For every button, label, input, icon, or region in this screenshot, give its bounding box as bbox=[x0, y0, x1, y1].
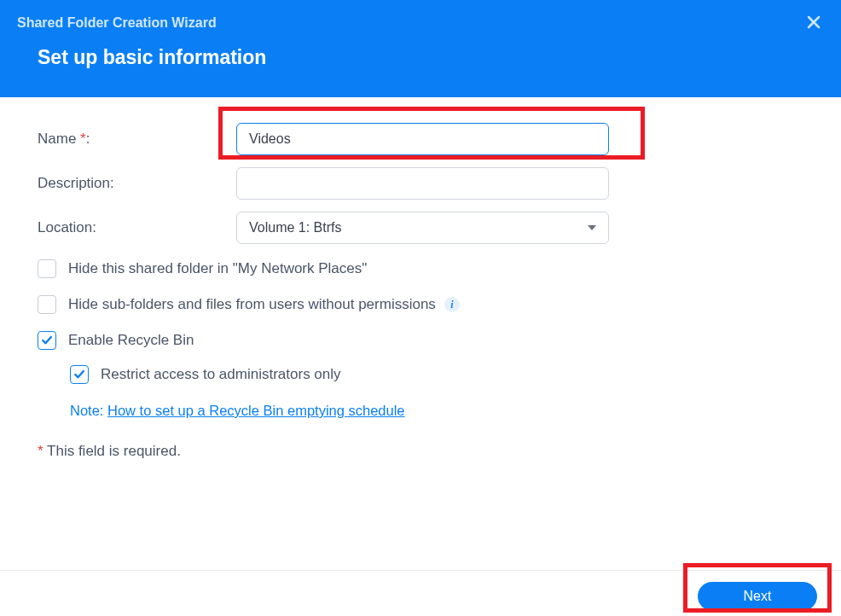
hide-network-checkbox[interactable] bbox=[38, 259, 56, 278]
wizard-subtitle: Set up basic information bbox=[0, 31, 841, 69]
required-asterisk: * bbox=[80, 131, 86, 147]
restrict-admin-row: Restrict access to administrators only bbox=[70, 365, 803, 384]
description-input[interactable] bbox=[236, 167, 609, 200]
location-select[interactable]: Volume 1: Btrfs bbox=[236, 212, 609, 244]
chevron-down-icon bbox=[588, 225, 596, 230]
enable-recycle-label: Enable Recycle Bin bbox=[68, 332, 194, 349]
wizard-footer: Next bbox=[0, 570, 841, 616]
restrict-admin-checkbox[interactable] bbox=[70, 365, 89, 384]
location-label: Location: bbox=[38, 219, 236, 236]
restrict-admin-label: Restrict access to administrators only bbox=[101, 366, 341, 383]
recycle-schedule-link[interactable]: How to set up a Recycle Bin emptying sch… bbox=[107, 403, 405, 418]
close-icon bbox=[805, 14, 822, 31]
location-row: Location: Volume 1: Btrfs bbox=[38, 212, 803, 244]
hide-subfolders-label: Hide sub-folders and files from users wi… bbox=[68, 296, 436, 313]
info-icon[interactable]: i bbox=[444, 297, 460, 312]
location-value: Volume 1: Btrfs bbox=[249, 220, 342, 235]
name-row: Name *: bbox=[38, 123, 803, 155]
close-button[interactable] bbox=[805, 14, 822, 31]
hide-network-row: Hide this shared folder in "My Network P… bbox=[38, 259, 803, 278]
enable-recycle-row: Enable Recycle Bin bbox=[38, 331, 803, 350]
hide-network-label: Hide this shared folder in "My Network P… bbox=[68, 260, 367, 277]
required-note: * This field is required. bbox=[38, 443, 803, 460]
hide-subfolders-row: Hide sub-folders and files from users wi… bbox=[38, 295, 803, 314]
description-row: Description: bbox=[38, 167, 803, 200]
note-row: Note: How to set up a Recycle Bin emptyi… bbox=[70, 403, 803, 419]
wizard-header: Shared Folder Creation Wizard Set up bas… bbox=[0, 0, 841, 97]
name-input[interactable] bbox=[236, 123, 609, 155]
wizard-title: Shared Folder Creation Wizard bbox=[0, 0, 841, 31]
form-body: Name *: Description: Location: Volume 1:… bbox=[0, 97, 841, 460]
name-label: Name *: bbox=[38, 131, 236, 148]
description-label: Description: bbox=[38, 175, 236, 192]
hide-subfolders-checkbox[interactable] bbox=[38, 295, 56, 314]
enable-recycle-checkbox[interactable] bbox=[38, 331, 56, 350]
next-button[interactable]: Next bbox=[698, 582, 817, 611]
note-label: Note: bbox=[70, 403, 103, 418]
